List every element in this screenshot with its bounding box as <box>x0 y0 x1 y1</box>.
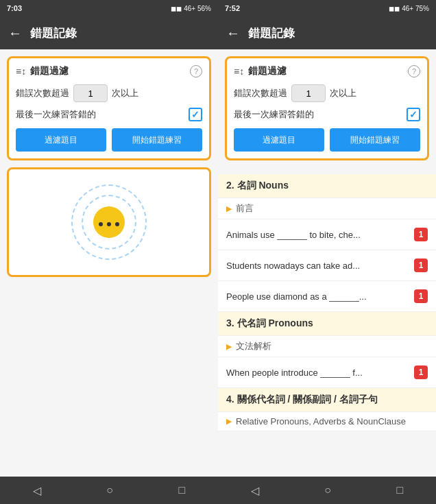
left-error-label-post: 次以上 <box>112 87 138 99</box>
section-pronouns-header: 3. 代名詞 Pronouns <box>218 312 436 336</box>
left-filter-box: ≡↕ 錯題過濾 ? 錯誤次數超過 次以上 最後一次練習答錯的 過濾題目 開始錯題… <box>7 56 211 160</box>
right-error-label-pre: 錯誤次數超過 <box>234 87 287 99</box>
list-item-diamond[interactable]: People use diamond as a ______... 1 <box>218 281 436 312</box>
left-filter-buttons: 過濾題目 開始錯題練習 <box>16 128 202 152</box>
left-content: ≡↕ 錯題過濾 ? 錯誤次數超過 次以上 最後一次練習答錯的 過濾題目 開始錯題… <box>0 49 218 477</box>
right-list-content: 2. 名詞 Nouns ▶ 前言 Animals use ______ to b… <box>218 174 436 477</box>
section-nouns-header: 2. 名詞 Nouns <box>218 174 436 198</box>
left-status-icons: ◼◼ 46+ 56% <box>171 5 211 12</box>
right-filter-title-group: ≡↕ 錯題過濾 <box>234 65 287 77</box>
right-help-icon[interactable]: ? <box>408 65 420 77</box>
list-item-animals[interactable]: Animals use ______ to bite, che... 1 <box>218 219 436 250</box>
right-nav-recents[interactable]: □ <box>386 480 415 501</box>
left-back-button[interactable]: ← <box>8 25 22 41</box>
right-checkbox[interactable] <box>407 108 420 121</box>
badge-students: 1 <box>414 259 428 272</box>
right-back-button[interactable]: ← <box>226 25 240 41</box>
list-item-introduce[interactable]: When people introduce ______ f... 1 <box>218 357 436 388</box>
left-error-label-pre: 錯誤次數超過 <box>16 87 69 99</box>
badge-animals: 1 <box>414 228 428 241</box>
badge-diamond: 1 <box>414 289 428 303</box>
right-practice-button[interactable]: 開始錯題練習 <box>330 128 420 152</box>
dot-right <box>115 222 119 226</box>
right-filter-icon: ≡↕ <box>234 66 244 77</box>
right-status-icons: ◼◼ 46+ 75% <box>389 5 429 12</box>
right-bottom-nav: ◁ ○ □ <box>218 477 436 504</box>
badge-introduce: 1 <box>414 365 428 379</box>
left-filter-header: ≡↕ 錯題過濾 ? <box>16 65 202 77</box>
right-error-count-row: 錯誤次數超過 次以上 <box>234 84 420 102</box>
right-panel: 7:52 ◼◼ 46+ 75% ← 錯題記錄 ≡↕ 錯題過濾 ? 錯誤次數超過 <box>218 0 436 504</box>
item-text-introduce: When people introduce ______ f... <box>226 368 414 378</box>
subsection-pronouns-grammar[interactable]: ▶ 文法解析 <box>218 336 436 357</box>
left-panel: 7:03 ◼◼ 46+ 56% ← 錯題記錄 ≡↕ 錯題過濾 ? 錯誤次數超過 <box>0 0 218 504</box>
right-signal-icon: ◼◼ <box>389 5 400 12</box>
item-text-students: Students nowadays can take ad... <box>226 261 414 271</box>
left-time: 7:03 <box>7 4 22 12</box>
right-error-label-post: 次以上 <box>330 87 356 99</box>
left-filter-icon: ≡↕ <box>16 66 26 77</box>
right-filter-buttons: 過濾題目 開始錯題練習 <box>234 128 420 152</box>
right-battery-icon: 46+ 75% <box>402 5 429 12</box>
triangle-icon-2: ▶ <box>226 342 232 351</box>
right-appbar: ← 錯題記錄 <box>218 16 436 49</box>
right-filter-area: ≡↕ 錯題過濾 ? 錯誤次數超過 次以上 最後一次練習答錯的 過濾題目 開始錯題… <box>218 49 436 174</box>
left-battery-icon: 46+ 56% <box>184 5 211 12</box>
left-error-count-row: 錯誤次數超過 次以上 <box>16 84 202 102</box>
item-text-diamond: People use diamond as a ______... <box>226 291 414 302</box>
left-nav-back[interactable]: ◁ <box>22 480 52 501</box>
right-filter-box: ≡↕ 錯題過濾 ? 錯誤次數超過 次以上 最後一次練習答錯的 過濾題目 開始錯題… <box>225 56 429 160</box>
left-nav-home[interactable]: ○ <box>95 480 124 501</box>
right-filter-title: 錯題過濾 <box>248 65 287 77</box>
left-signal-icon: ◼◼ <box>171 5 182 12</box>
right-error-input[interactable] <box>291 84 326 102</box>
left-bottom-nav: ◁ ○ □ <box>0 477 218 504</box>
left-checkbox-row: 最後一次練習答錯的 <box>16 108 202 121</box>
left-practice-button[interactable]: 開始錯題練習 <box>112 128 202 152</box>
right-nav-home[interactable]: ○ <box>313 480 342 501</box>
left-error-input[interactable] <box>73 84 108 102</box>
right-time: 7:52 <box>225 4 240 12</box>
right-checkbox-row: 最後一次練習答錯的 <box>234 108 420 121</box>
left-filter-button[interactable]: 過濾題目 <box>16 128 106 152</box>
left-status-bar: 7:03 ◼◼ 46+ 56% <box>0 0 218 16</box>
left-filter-title: 錯題過濾 <box>30 65 69 77</box>
left-checkbox-label: 最後一次練習答錯的 <box>16 108 96 121</box>
triangle-icon: ▶ <box>226 204 232 213</box>
right-checkbox-label: 最後一次練習答錯的 <box>234 108 314 121</box>
smiley-face <box>93 206 125 238</box>
right-status-bar: 7:52 ◼◼ 46+ 75% <box>218 0 436 16</box>
dot-center <box>107 222 111 226</box>
left-appbar: ← 錯題記錄 <box>0 16 218 49</box>
subsection-relative-label[interactable]: ▶ Relative Pronouns, Adverbs & NounClaus… <box>218 412 436 431</box>
right-filter-header: ≡↕ 錯題過濾 ? <box>234 65 420 77</box>
item-text-animals: Animals use ______ to bite, che... <box>226 230 414 240</box>
triangle-icon-3: ▶ <box>226 417 232 426</box>
left-checkbox[interactable] <box>189 108 202 121</box>
smiley-dots <box>99 222 119 226</box>
right-appbar-title: 錯題記錄 <box>248 25 295 41</box>
dot-left <box>99 222 103 226</box>
left-animation-box <box>7 167 211 277</box>
smiley-container <box>68 181 150 263</box>
left-help-icon[interactable]: ? <box>190 65 202 77</box>
section-relative-header: 4. 關係代名詞 / 關係副詞 / 名詞子句 <box>218 388 436 412</box>
subsection-nouns-intro[interactable]: ▶ 前言 <box>218 198 436 219</box>
left-filter-title-group: ≡↕ 錯題過濾 <box>16 65 69 77</box>
right-filter-button[interactable]: 過濾題目 <box>234 128 324 152</box>
list-item-students[interactable]: Students nowadays can take ad... 1 <box>218 250 436 281</box>
left-nav-recents[interactable]: □ <box>168 480 197 501</box>
right-nav-back[interactable]: ◁ <box>240 480 270 501</box>
left-appbar-title: 錯題記錄 <box>30 25 77 41</box>
